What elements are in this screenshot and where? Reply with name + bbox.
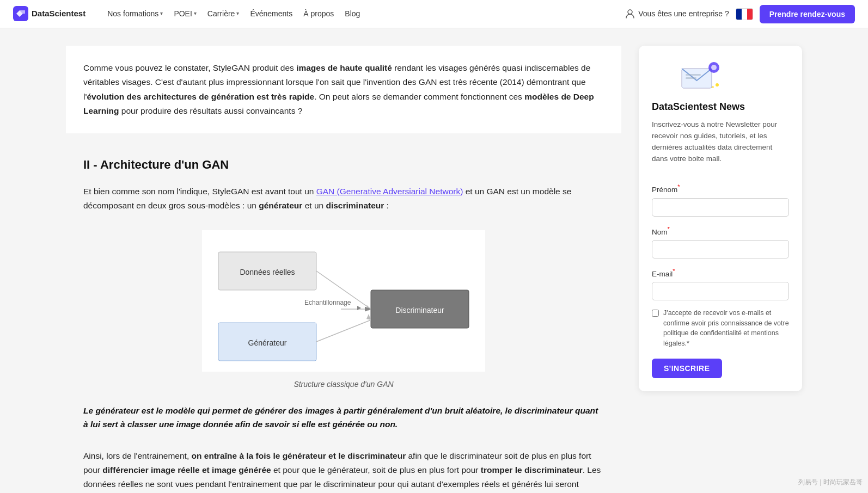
nav-item-evenements-label: Événements [250, 8, 292, 20]
watermark: 列易号 | 时尚玩家岳哥 [798, 477, 863, 488]
navbar-left: DataScientest Nos formations ▾ POEI ▾ Ca… [13, 4, 364, 23]
flag-red [747, 9, 753, 20]
chevron-down-icon: ▾ [160, 9, 163, 18]
flag-france[interactable] [736, 8, 753, 20]
navbar-right: Vous êtes une entreprise ? Prendre rende… [625, 5, 855, 23]
consent-group: J'accepte de recevoir vos e-mails et con… [652, 308, 789, 349]
flag-blue [736, 9, 742, 20]
nav-item-formations[interactable]: Nos formations ▾ [103, 4, 167, 23]
newsletter-header: DataScientest News Inscrivez-vous à notr… [652, 59, 789, 173]
svg-marker-11 [366, 314, 371, 320]
nom-group: Nom* [652, 224, 789, 258]
sidebar: DataScientest News Inscrivez-vous à notr… [639, 28, 802, 493]
nav-item-apropos[interactable]: À propos [299, 4, 338, 23]
consent-label: J'accepte de recevoir vos e-mails et con… [663, 308, 789, 349]
svg-point-20 [716, 83, 719, 87]
section-heading: II - Architecture d'un GAN [66, 155, 621, 174]
enterprise-label: Vous êtes une entreprise ? [638, 8, 729, 20]
svg-rect-19 [686, 77, 696, 79]
nav-item-formations-label: Nos formations [107, 8, 158, 20]
intro-paragraph: Comme vous pouvez le constater, StyleGAN… [66, 46, 621, 133]
section-body: Et bien comme son nom l'indique, StyleGA… [66, 184, 621, 213]
main-content: Comme vous pouvez le constater, StyleGAN… [66, 28, 621, 493]
email-label: E-mail* [652, 266, 789, 280]
newsletter-card: DataScientest News Inscrivez-vous à notr… [639, 46, 802, 391]
svg-point-1 [628, 10, 632, 14]
gan-link[interactable]: GAN (Generative Adversiarial Network) [316, 187, 463, 196]
body2-bold1: on entraîne à la fois le générateur et l… [192, 451, 406, 460]
newsletter-form: Prénom* Nom* E-mail* [652, 182, 789, 378]
consent-checkbox[interactable] [652, 310, 659, 317]
svg-text:Données réelles: Données réelles [240, 268, 295, 276]
svg-marker-9 [366, 305, 371, 311]
diagram-container: Données réelles Générateur Discriminateu… [66, 230, 621, 372]
subscribe-button[interactable]: S'INSCRIRE [652, 359, 722, 378]
svg-text:Echantillonnage: Echantillonnage [304, 299, 351, 306]
nav-item-carriere-label: Carrière [207, 8, 235, 20]
chevron-down-icon: ▾ [194, 9, 197, 18]
svg-text:Générateur: Générateur [248, 338, 287, 347]
required-marker-email: * [673, 268, 675, 274]
nav-links: Nos formations ▾ POEI ▾ Carrière ▾ Événe… [103, 4, 364, 23]
gan-diagram: Données réelles Générateur Discriminateu… [202, 230, 485, 372]
diagram-caption: Structure classique d'un GAN [66, 378, 621, 390]
newsletter-title: DataScientest News [652, 99, 745, 115]
newsletter-desc: Inscrivez-vous à notre Newsletter pour r… [652, 119, 789, 165]
logo-text: DataScientest [32, 7, 85, 20]
svg-point-17 [711, 65, 717, 70]
nav-item-poei[interactable]: POEI ▾ [169, 4, 200, 23]
body2-3: et pour que le générateur, soit de plus … [271, 465, 481, 474]
svg-text:Discriminateur: Discriminateur [395, 306, 444, 315]
section-bold-2: discriminateur [326, 201, 384, 210]
navbar: DataScientest Nos formations ▾ POEI ▾ Ca… [0, 0, 868, 28]
prenom-group: Prénom* [652, 182, 789, 216]
newsletter-icon [679, 59, 723, 94]
intro-text-1: Comme vous pouvez le constater, StyleGAN… [83, 63, 296, 72]
nom-input[interactable] [652, 240, 789, 258]
nav-item-poei-label: POEI [174, 8, 192, 20]
section-body-1: Et bien comme son nom l'indique, StyleGA… [83, 187, 316, 196]
page-wrapper: Comme vous pouvez le constater, StyleGAN… [53, 0, 815, 493]
flag-white [742, 9, 747, 20]
second-body: Ainsi, lors de l'entrainement, on entraî… [66, 449, 621, 493]
required-marker-nom: * [668, 226, 670, 232]
svg-line-10 [316, 320, 371, 342]
svg-point-21 [712, 86, 714, 88]
nav-item-blog[interactable]: Blog [340, 4, 364, 23]
nav-item-blog-label: Blog [345, 8, 360, 20]
prenom-input[interactable] [652, 198, 789, 217]
body2-bold3: tromper le discriminateur [481, 465, 583, 474]
svg-marker-14 [357, 306, 361, 310]
logo[interactable]: DataScientest [13, 6, 85, 21]
enterprise-icon [625, 9, 635, 19]
email-group: E-mail* [652, 266, 789, 300]
nav-item-evenements[interactable]: Événements [246, 4, 297, 23]
cta-button[interactable]: Prendre rendez-vous [760, 5, 855, 23]
prenom-label: Prénom* [652, 182, 789, 195]
callout-quote: Le générateur est le modèle qui permet d… [83, 404, 604, 432]
section-body-3: et un [302, 201, 326, 210]
intro-text-3: . On peut alors se demander comment fonc… [314, 92, 524, 101]
section-body-4: : [384, 201, 389, 210]
enterprise-link[interactable]: Vous êtes une entreprise ? [625, 8, 729, 20]
intro-bold-1: images de haute qualité [296, 63, 392, 72]
nav-item-apropos-label: À propos [303, 8, 334, 20]
body2-1: Ainsi, lors de l'entrainement, [83, 451, 192, 460]
nav-item-carriere[interactable]: Carrière ▾ [203, 4, 244, 23]
chevron-down-icon: ▾ [236, 9, 239, 18]
body2-bold2: différencier image réelle et image génér… [102, 465, 271, 474]
intro-text-4: pour produire des résultats aussi convai… [119, 106, 302, 115]
required-marker: * [677, 183, 680, 190]
svg-rect-18 [686, 74, 701, 76]
nom-label: Nom* [652, 224, 789, 238]
section-bold-1: générateur [259, 201, 302, 210]
logo-icon [13, 6, 28, 21]
email-input[interactable] [652, 282, 789, 300]
intro-bold-2: évolution des architectures de génératio… [87, 92, 314, 101]
